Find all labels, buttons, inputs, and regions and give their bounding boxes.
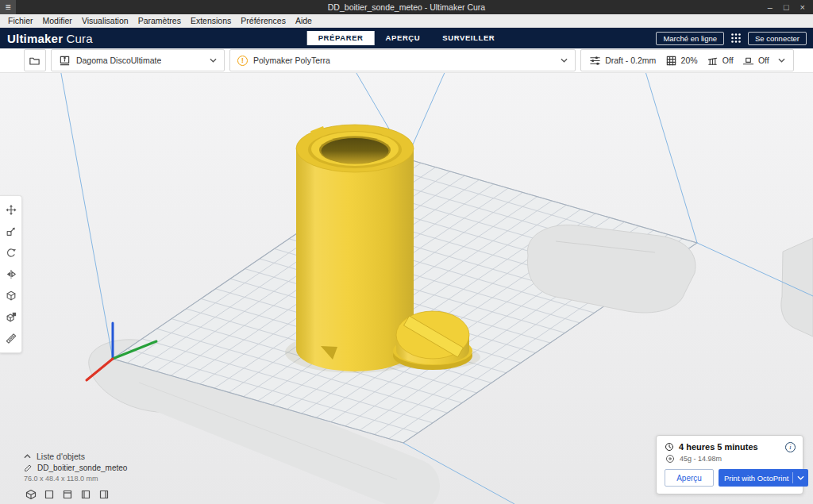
chevron-down-icon <box>797 475 804 480</box>
profile-label: Draft - 0.2mm <box>605 56 656 65</box>
preview-button[interactable]: Aperçu <box>665 469 714 487</box>
move-icon <box>6 204 17 216</box>
menu-bar: Fichier Modifier Visualisation Paramètre… <box>0 14 813 28</box>
view-right-icon <box>98 489 110 500</box>
infill-value: 20% <box>681 56 698 65</box>
brand-cura: Cura <box>67 32 93 45</box>
object-list-item[interactable]: DD_boitier_sonde_meteo <box>24 464 127 472</box>
mirror-icon <box>6 268 17 280</box>
menu-aide[interactable]: Aide <box>291 14 317 28</box>
tab-preview[interactable]: APERÇU <box>375 31 432 45</box>
print-estimate-panel: 4 heures 5 minutes 45g - 14.98m i Aperçu… <box>656 435 803 494</box>
print-button-label: Print with OctoPrint <box>724 474 788 483</box>
object-list-toggle[interactable]: Liste d'objets <box>24 452 127 461</box>
scale-icon <box>6 225 17 237</box>
chevron-down-icon <box>561 58 568 63</box>
view-3d-icon <box>25 489 37 500</box>
support-value: Off <box>722 56 734 65</box>
material-usage-estimate: 45g - 14.98m <box>680 455 722 463</box>
applications-grid-icon[interactable] <box>730 33 742 44</box>
rotate-icon <box>6 247 17 259</box>
view-buttons <box>24 487 127 501</box>
marketplace-button[interactable]: Marché en ligne <box>656 32 724 45</box>
minimize-button[interactable]: – <box>768 0 773 14</box>
material-usage-icon <box>665 454 675 464</box>
tool-move-button[interactable] <box>1 200 21 220</box>
object-dimensions: 76.0 x 48.4 x 118.0 mm <box>24 475 127 483</box>
hamburger-menu-icon[interactable]: ≡ <box>0 0 16 14</box>
object-list-title: Liste d'objets <box>37 452 85 461</box>
printer-icon <box>59 55 71 67</box>
printer-selector[interactable]: Dagoma DiscoUltimate <box>51 49 225 71</box>
tab-prepare[interactable]: PRÉPARER <box>307 31 375 45</box>
view-top-button[interactable] <box>60 487 74 501</box>
folder-icon <box>29 55 40 67</box>
tool-scale-button[interactable] <box>1 221 21 241</box>
infill-icon <box>665 55 677 67</box>
material-selector[interactable]: ! Polymaker PolyTerra <box>229 49 576 71</box>
maximize-button[interactable]: □ <box>784 0 789 14</box>
adhesion-value: Off <box>758 56 769 65</box>
material-name: Polymaker PolyTerra <box>253 56 330 65</box>
tool-mirror-button[interactable] <box>1 264 21 284</box>
info-icon[interactable]: i <box>785 442 796 452</box>
view-left-button[interactable] <box>79 487 92 501</box>
view-front-button[interactable] <box>42 487 56 501</box>
view-top-icon <box>62 489 73 500</box>
chevron-down-icon <box>210 58 217 63</box>
sign-in-button[interactable]: Se connecter <box>748 32 807 45</box>
menu-visualisation[interactable]: Visualisation <box>77 14 133 28</box>
chevron-up-icon <box>24 454 31 459</box>
configuration-bar: Dagoma DiscoUltimate ! Polymaker PolyTer… <box>0 48 813 73</box>
menu-extensions[interactable]: Extensions <box>186 14 236 28</box>
chevron-down-icon <box>778 58 785 63</box>
support-blocker-icon <box>6 311 17 323</box>
tool-rotate-button[interactable] <box>1 243 21 263</box>
pencil-icon <box>24 464 33 472</box>
adhesion-icon <box>742 55 754 67</box>
stage-tabs: PRÉPARER APERÇU SURVEILLER <box>307 31 507 45</box>
object-name: DD_boitier_sonde_meteo <box>37 464 127 472</box>
clock-icon <box>665 442 674 452</box>
menu-fichier[interactable]: Fichier <box>3 14 38 28</box>
tool-measure-button[interactable] <box>1 329 21 348</box>
menu-preferences[interactable]: Préférences <box>236 14 291 28</box>
object-list: Liste d'objets DD_boitier_sonde_meteo 76… <box>24 452 127 501</box>
view-3d-button[interactable] <box>24 487 37 501</box>
support-icon <box>707 55 719 67</box>
sliders-icon <box>589 55 601 67</box>
title-bar: ≡ DD_boitier_sonde_meteo - Ultimaker Cur… <box>0 0 813 14</box>
per-model-settings-icon <box>6 290 17 302</box>
tool-per-model-settings-button[interactable] <box>1 286 21 306</box>
tool-panel <box>0 195 22 353</box>
open-file-button[interactable] <box>24 49 46 71</box>
cura-logo: Ultimaker Cura <box>0 32 93 45</box>
view-left-icon <box>80 489 91 500</box>
measure-icon <box>6 333 17 344</box>
cura-application-window: ≡ DD_boitier_sonde_meteo - Ultimaker Cur… <box>0 0 813 504</box>
print-settings-selector[interactable]: Draft - 0.2mm 20% Off <box>580 49 794 71</box>
view-right-button[interactable] <box>97 487 110 501</box>
tab-monitor[interactable]: SURVEILLER <box>431 31 506 45</box>
tool-support-blocker-button[interactable] <box>1 307 21 327</box>
printer-name: Dagoma DiscoUltimate <box>76 56 161 65</box>
button-divider <box>792 472 793 483</box>
menu-parametres[interactable]: Paramètres <box>133 14 186 28</box>
view-front-icon <box>44 489 55 500</box>
print-time-estimate: 4 heures 5 minutes <box>679 442 758 452</box>
menu-modifier[interactable]: Modifier <box>38 14 77 28</box>
viewport: Liste d'objets DD_boitier_sonde_meteo 76… <box>0 73 813 504</box>
print-octoprint-button[interactable]: Print with OctoPrint <box>719 469 808 487</box>
close-button[interactable]: × <box>800 0 805 14</box>
window-title: DD_boitier_sonde_meteo - Ultimaker Cura <box>328 2 485 12</box>
model-cap[interactable] <box>393 311 472 370</box>
brand-ultimaker: Ultimaker <box>7 32 63 45</box>
material-warning-icon: ! <box>237 56 248 66</box>
stage-header: Ultimaker Cura PRÉPARER APERÇU SURVEILLE… <box>0 28 813 48</box>
